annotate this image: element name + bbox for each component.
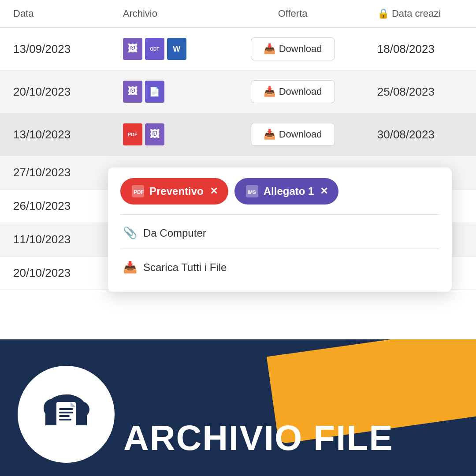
- image-file-icon: 🖼: [123, 38, 142, 60]
- image-file-icon: 🖼: [145, 123, 164, 145]
- col-archivio-header: Archivio: [110, 0, 222, 28]
- dropdown-tags: PDF Preventivo ✕ IMG Allegato 1 ✕: [120, 178, 439, 205]
- table-row-archive: PDF🖼: [110, 113, 222, 156]
- allegato-icon: IMG: [245, 184, 259, 198]
- table-row-offer[interactable]: 📥 Download: [221, 113, 364, 156]
- table-row-date: 26/10/2023: [0, 190, 110, 223]
- dropdown-divider-1: [120, 214, 439, 215]
- image-file-icon: 🖼: [123, 81, 142, 103]
- download-button[interactable]: 📥 Download: [251, 80, 335, 103]
- odt-file-icon: ODT: [145, 38, 164, 60]
- branding-section: ARCHIVIO FILE: [0, 339, 476, 476]
- lock-icon: 🔒: [377, 8, 389, 19]
- download-icon: 📥: [264, 43, 275, 55]
- tag-allegato-close[interactable]: ✕: [320, 186, 328, 197]
- table-row-date: 20/10/2023: [0, 257, 110, 290]
- table-row-offer[interactable]: 📥 Download: [221, 28, 364, 71]
- generic-file-icon: 📄: [145, 81, 164, 103]
- svg-rect-11: [59, 415, 70, 417]
- download-button[interactable]: 📥 Download: [251, 37, 335, 60]
- option-scarica-tutti-label: Scarica Tutti i File: [143, 261, 227, 274]
- word-file-icon: W: [167, 38, 186, 60]
- table-row-date: 13/10/2023: [0, 113, 110, 156]
- table-row-archive: 🖼📄: [110, 71, 222, 113]
- col-data-creazi-header: 🔒 Data creazi: [364, 0, 476, 28]
- col-offerta-header: Offerta: [221, 0, 364, 28]
- svg-text:PDF: PDF: [134, 189, 144, 195]
- option-scarica-tutti[interactable]: 📥 Scarica Tutti i File: [120, 253, 439, 281]
- cloud-document-icon: [35, 383, 97, 445]
- tag-preventivo-label: Preventivo: [149, 185, 204, 197]
- svg-rect-12: [59, 419, 71, 420]
- table-row-date: 27/10/2023: [0, 156, 110, 190]
- pdf-icon: PDF: [131, 184, 145, 198]
- table-row-date-created: 30/08/2023: [364, 113, 476, 156]
- download-button[interactable]: 📥 Download: [251, 123, 335, 146]
- dropdown-popup: PDF Preventivo ✕ IMG Allegato 1 ✕ 📎 Da C…: [108, 167, 452, 292]
- table-row-offer[interactable]: 📥 Download: [221, 71, 364, 113]
- download-all-icon: 📥: [123, 260, 137, 274]
- svg-rect-9: [59, 408, 73, 410]
- table-row-date: 13/09/2023: [0, 28, 110, 71]
- tag-preventivo-close[interactable]: ✕: [210, 186, 218, 197]
- table-row-date-created: 18/08/2023: [364, 28, 476, 71]
- table-row-date-created: 25/08/2023: [364, 71, 476, 113]
- tag-allegato-label: Allegato 1: [264, 185, 314, 197]
- tag-allegato[interactable]: IMG Allegato 1 ✕: [234, 178, 339, 205]
- svg-text:IMG: IMG: [248, 190, 256, 195]
- option-da-computer[interactable]: 📎 Da Computer: [120, 219, 439, 247]
- col-data-header: Data: [0, 0, 110, 28]
- option-da-computer-label: Da Computer: [143, 227, 206, 239]
- branding-title: ARCHIVIO FILE: [123, 418, 394, 458]
- table-row-date: 11/10/2023: [0, 223, 110, 257]
- dropdown-divider-2: [120, 249, 439, 249]
- table-row-date: 20/10/2023: [0, 71, 110, 113]
- paperclip-icon: 📎: [123, 226, 137, 240]
- pdf-file-icon: PDF: [123, 123, 142, 145]
- download-icon: 📥: [264, 129, 275, 140]
- download-icon: 📥: [264, 86, 275, 97]
- svg-rect-10: [59, 412, 73, 413]
- tag-preventivo[interactable]: PDF Preventivo ✕: [120, 178, 228, 205]
- table-row-archive: 🖼ODTW: [110, 28, 222, 71]
